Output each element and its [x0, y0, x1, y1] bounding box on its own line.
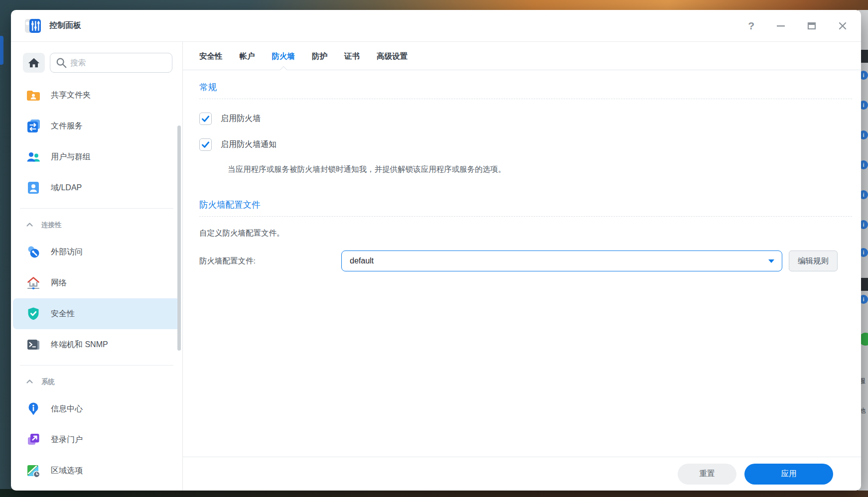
- tab-bar: 安全性帐户防火墙防护证书高级设置: [183, 42, 861, 70]
- footer-bar: 重置 应用: [183, 457, 861, 491]
- tab-advanced[interactable]: 高级设置: [368, 51, 416, 70]
- sidebar-list: 共享文件夹文件服务用户与群组域/LDAP连接性外部访问网络安全性终端机和 SNM…: [11, 80, 182, 491]
- sidebar-item-label: 信息中心: [51, 404, 83, 414]
- tab-firewall[interactable]: 防火墙: [264, 51, 304, 70]
- firewall-notification-note: 当应用程序或服务被防火墙封锁时通知我，并提供解锁该应用程序或服务的选项。: [199, 164, 852, 175]
- enable-firewall-notifications-row: 启用防火墙通知: [199, 138, 852, 151]
- sidebar-item-external-access[interactable]: 外部访问: [13, 237, 180, 267]
- sidebar-item-label: 域/LDAP: [51, 183, 82, 193]
- control-panel-app-icon: [24, 17, 42, 35]
- network-icon: [26, 275, 41, 290]
- sidebar-item-label: 用户与群组: [51, 152, 91, 162]
- sidebar-item-login-portal[interactable]: 登录门户: [13, 424, 180, 455]
- enable-firewall-notifications-checkbox[interactable]: [199, 138, 212, 151]
- sidebar-divider: [20, 365, 173, 366]
- firewall-profile-select[interactable]: default: [341, 250, 782, 271]
- firewall-profile-description: 自定义防火墙配置文件。: [199, 228, 852, 239]
- domain-ldap-icon: [26, 180, 41, 195]
- collapse-chevron-icon: [26, 221, 33, 230]
- sidebar-item-label: 文件服务: [51, 121, 83, 131]
- apply-button[interactable]: 应用: [744, 464, 833, 485]
- minimize-button[interactable]: [776, 21, 785, 30]
- sidebar-item-users-groups[interactable]: 用户与群组: [13, 141, 180, 172]
- sidebar-item-label: 安全性: [51, 309, 75, 319]
- background-icon-edge: [0, 36, 3, 65]
- check-icon: [201, 115, 210, 123]
- users-groups-icon: [26, 149, 41, 164]
- sidebar-section-label: 连接性: [41, 221, 62, 230]
- file-services-icon: [26, 119, 41, 133]
- sidebar-section-label: 系统: [41, 377, 55, 386]
- reset-button[interactable]: 重置: [678, 464, 736, 485]
- sidebar-item-shared-folder[interactable]: 共享文件夹: [13, 80, 180, 111]
- help-button[interactable]: ?: [748, 20, 754, 32]
- main-panel: 安全性帐户防火墙防护证书高级设置 常规 启用防火墙 启用防火墙通知 当应用程序或…: [183, 42, 861, 491]
- enable-firewall-label: 启用防火墙: [221, 114, 261, 124]
- sidebar-item-notification-settings[interactable]: 通知设置: [13, 486, 180, 491]
- sidebar-item-label: 终端机和 SNMP: [51, 340, 108, 350]
- close-button[interactable]: [838, 21, 847, 30]
- enable-firewall-row: 启用防火墙: [199, 113, 852, 125]
- search-icon: [55, 57, 67, 69]
- sidebar-item-file-services[interactable]: 文件服务: [13, 111, 180, 141]
- info-center-icon: [26, 401, 41, 416]
- sidebar-divider: [20, 208, 173, 209]
- terminal-snmp-icon: [26, 337, 41, 352]
- firewall-profile-field-label: 防火墙配置文件:: [199, 256, 341, 266]
- sidebar: 共享文件夹文件服务用户与群组域/LDAP连接性外部访问网络安全性终端机和 SNM…: [11, 42, 183, 491]
- sidebar-item-network[interactable]: 网络: [13, 267, 180, 298]
- tab-certificate[interactable]: 证书: [336, 51, 368, 70]
- sidebar-scrollbar[interactable]: [177, 125, 181, 351]
- control-panel-window: 控制面板 ? 共享: [11, 10, 861, 491]
- edit-rules-button[interactable]: 编辑规则: [789, 250, 838, 271]
- sidebar-item-label: 外部访问: [51, 247, 83, 257]
- sidebar-item-domain-ldap[interactable]: 域/LDAP: [13, 172, 180, 203]
- maximize-button[interactable]: [807, 21, 816, 30]
- tab-account[interactable]: 帐户: [231, 51, 264, 70]
- check-icon: [201, 140, 210, 149]
- tab-protection[interactable]: 防护: [303, 51, 336, 70]
- sidebar-item-regional-options[interactable]: 区域选项: [13, 455, 180, 486]
- firewall-profile-selected-value: default: [350, 256, 374, 265]
- section-title-firewall-profile: 防火墙配置文件: [199, 199, 852, 217]
- collapse-chevron-icon: [26, 377, 33, 386]
- sidebar-item-label: 登录门户: [51, 435, 83, 445]
- sidebar-item-security[interactable]: 安全性: [13, 298, 180, 329]
- sidebar-item-label: 共享文件夹: [51, 90, 91, 101]
- titlebar: 控制面板 ?: [11, 10, 861, 42]
- chevron-down-icon: [768, 259, 774, 263]
- enable-firewall-checkbox[interactable]: [199, 113, 212, 125]
- sidebar-item-label: 网络: [51, 278, 67, 288]
- firewall-tab-content: 常规 启用防火墙 启用防火墙通知 当应用程序或服务被防火墙封锁时通知我，并提供解…: [183, 70, 861, 457]
- shared-folder-icon: [26, 88, 41, 103]
- security-icon: [26, 306, 41, 321]
- home-button[interactable]: [23, 53, 45, 73]
- regional-options-icon: [26, 463, 41, 478]
- login-portal-icon: [26, 432, 41, 447]
- home-icon: [27, 56, 40, 69]
- search-input[interactable]: [50, 53, 172, 73]
- section-title-general: 常规: [199, 81, 852, 99]
- enable-firewall-notifications-label: 启用防火墙通知: [221, 139, 277, 150]
- firewall-profile-field-row: 防火墙配置文件: default 编辑规则: [199, 250, 852, 271]
- sidebar-item-info-center[interactable]: 信息中心: [13, 393, 180, 424]
- external-access-icon: [26, 245, 41, 259]
- sidebar-section-header[interactable]: 连接性: [11, 214, 182, 237]
- sidebar-item-label: 区域选项: [51, 466, 83, 476]
- window-title: 控制面板: [49, 20, 81, 31]
- tab-security[interactable]: 安全性: [199, 51, 231, 70]
- sidebar-item-terminal-snmp[interactable]: 终端机和 SNMP: [13, 329, 180, 360]
- sidebar-section-header[interactable]: 系统: [11, 371, 182, 393]
